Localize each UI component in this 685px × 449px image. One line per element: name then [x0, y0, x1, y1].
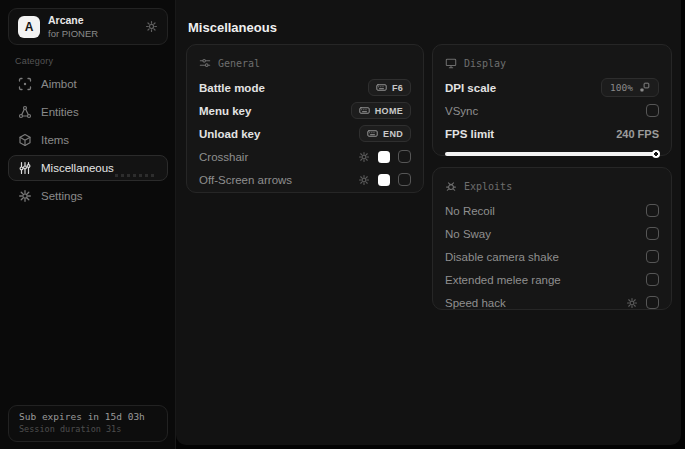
gear-icon [18, 189, 32, 203]
panel-exploits-header: Exploits [445, 177, 659, 195]
gear-icon[interactable] [358, 151, 370, 163]
fps-limit-value: 240 FPS [616, 128, 659, 140]
keybind-button[interactable]: HOME [351, 102, 411, 119]
sidebar-item-label: Miscellaneous [41, 162, 114, 174]
setting-row-fps-limit: FPS limit 240 FPS [445, 122, 659, 145]
keybind-value: F6 [392, 83, 403, 93]
no-recoil-checkbox[interactable] [646, 204, 659, 217]
gear-icon[interactable] [358, 174, 370, 186]
setting-label: FPS limit [445, 128, 494, 140]
keyboard-icon [359, 105, 370, 116]
color-swatch[interactable] [378, 151, 390, 163]
setting-label: Unload key [199, 128, 260, 140]
setting-label: No Recoil [445, 205, 495, 217]
setting-row-dpi-scale: DPI scale 100% [445, 76, 659, 99]
setting-controls [358, 173, 411, 186]
slider-track [445, 152, 659, 156]
keybind-button[interactable]: F6 [368, 79, 411, 96]
setting-row-extended-melee-range: Extended melee range [445, 268, 659, 291]
app-name: Arcane [48, 14, 98, 27]
subscription-status-card: Sub expires in 15d 03h Session duration … [8, 405, 168, 442]
setting-row-speed-hack: Speed hack [445, 291, 659, 314]
app-logo: A [18, 16, 40, 38]
monitor-icon [445, 57, 457, 69]
entities-icon [18, 105, 32, 119]
crosshair-checkbox[interactable] [398, 150, 411, 163]
sidebar-item-miscellaneous[interactable]: Miscellaneous [8, 155, 168, 181]
setting-label: Speed hack [445, 297, 506, 309]
panel-title: Display [464, 58, 506, 69]
sliders-horizontal-icon [199, 57, 211, 69]
setting-row-menu-key: Menu key HOME [199, 99, 411, 122]
app-subtitle: for PIONER [48, 28, 98, 39]
app-title-block: Arcane for PIONER [48, 14, 98, 39]
setting-label: Crosshair [199, 151, 248, 163]
offscreen-arrows-checkbox[interactable] [398, 173, 411, 186]
app-header-card: A Arcane for PIONER [8, 8, 168, 45]
disable-camera-shake-checkbox[interactable] [646, 250, 659, 263]
bug-icon [445, 180, 457, 192]
panel-general-header: General [199, 54, 411, 72]
setting-row-unload-key: Unload key END [199, 122, 411, 145]
category-label: Category [15, 56, 53, 66]
main-content: Miscellaneous General Battle mode F6 Men… [176, 0, 681, 445]
setting-label: DPI scale [445, 82, 496, 94]
sidebar-item-settings[interactable]: Settings [8, 183, 168, 209]
sub-expiry-text: Sub expires in 15d 03h [19, 411, 157, 422]
cube-icon [18, 133, 32, 147]
sidebar-nav: Aimbot Entities Items Miscellaneous [8, 71, 168, 211]
sidebar: A Arcane for PIONER Category Aimbot [0, 0, 176, 449]
setting-row-battle-mode: Battle mode F6 [199, 76, 411, 99]
keyboard-icon [367, 128, 378, 139]
slider-thumb[interactable] [652, 150, 660, 158]
setting-row-no-recoil: No Recoil [445, 199, 659, 222]
sidebar-item-items[interactable]: Items [8, 127, 168, 153]
panel-title: Exploits [464, 181, 512, 192]
page-title: Miscellaneous [188, 20, 277, 35]
speed-hack-checkbox[interactable] [646, 296, 659, 309]
setting-controls [626, 296, 659, 309]
setting-label: Battle mode [199, 82, 265, 94]
keybind-value: HOME [375, 106, 403, 116]
setting-row-no-sway: No Sway [445, 222, 659, 245]
dpi-scale-value: 100% [610, 82, 633, 93]
extended-melee-range-checkbox[interactable] [646, 273, 659, 286]
sidebar-item-entities[interactable]: Entities [8, 99, 168, 125]
panel-exploits: Exploits No Recoil No Sway Disable camer… [432, 167, 672, 310]
panel-display-header: Display [445, 54, 659, 72]
sidebar-item-label: Settings [41, 190, 83, 202]
keybind-button[interactable]: END [359, 125, 411, 142]
scan-icon [18, 77, 32, 91]
panel-display: Display DPI scale 100% VSync FPS limit 2… [432, 44, 672, 156]
sliders-icon [18, 161, 32, 175]
setting-label: Extended melee range [445, 274, 561, 286]
sidebar-item-label: Aimbot [41, 78, 77, 90]
gear-icon[interactable] [626, 297, 638, 309]
dpi-scale-select[interactable]: 100% [601, 78, 659, 97]
session-duration-text: Session duration 31s [19, 424, 157, 434]
panel-title: General [218, 58, 260, 69]
scale-icon [639, 82, 650, 93]
keyboard-icon [376, 82, 387, 93]
setting-label: No Sway [445, 228, 491, 240]
panel-general: General Battle mode F6 Menu key HOME Unl… [186, 44, 424, 193]
color-swatch[interactable] [378, 174, 390, 186]
setting-row-vsync: VSync [445, 99, 659, 122]
vsync-checkbox[interactable] [646, 104, 659, 117]
sidebar-item-label: Items [41, 134, 69, 146]
setting-row-crosshair: Crosshair [199, 145, 411, 168]
setting-label: Disable camera shake [445, 251, 559, 263]
active-item-texture [115, 174, 157, 177]
keybind-value: END [383, 129, 403, 139]
no-sway-checkbox[interactable] [646, 227, 659, 240]
setting-label: VSync [445, 105, 478, 117]
gear-icon[interactable] [145, 20, 158, 33]
sidebar-item-label: Entities [41, 106, 79, 118]
sidebar-item-aimbot[interactable]: Aimbot [8, 71, 168, 97]
fps-limit-slider[interactable] [445, 150, 659, 158]
setting-controls [358, 150, 411, 163]
setting-row-offscreen-arrows: Off-Screen arrows [199, 168, 411, 191]
setting-label: Menu key [199, 105, 251, 117]
setting-label: Off-Screen arrows [199, 174, 292, 186]
setting-row-disable-camera-shake: Disable camera shake [445, 245, 659, 268]
